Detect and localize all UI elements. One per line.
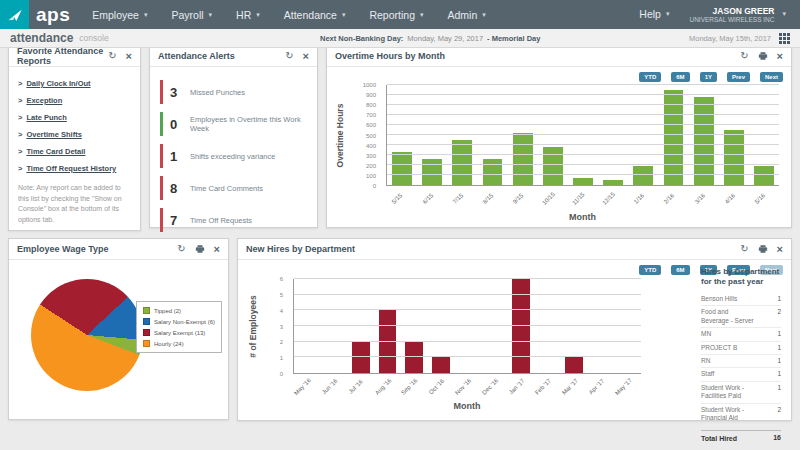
x-tick: 10/15	[537, 187, 567, 211]
close-icon[interactable]: ×	[214, 244, 220, 255]
x-tick: 4/16	[719, 187, 749, 211]
report-link[interactable]: >Late Punch	[18, 113, 131, 122]
panel-header: New Hires by Department ↻ ×	[238, 239, 791, 260]
grid-menu-icon[interactable]	[779, 33, 790, 44]
legend-label: Salary Non-Exempt (6)	[154, 319, 215, 325]
x-tick: May '16	[293, 375, 320, 399]
y-tick: 800	[327, 102, 376, 108]
report-link-label: Late Punch	[26, 113, 66, 122]
panel-title: Employee Wage Type	[17, 244, 109, 254]
bar-3-16	[694, 97, 714, 185]
nav-menu: Employee▾Payroll▾HR▾Attendance▾Reporting…	[92, 9, 486, 21]
report-link[interactable]: >Daily Clock In/Out	[18, 79, 131, 88]
nav-item-payroll[interactable]: Payroll▾	[171, 9, 212, 21]
gridline	[387, 164, 779, 165]
refresh-icon[interactable]: ↻	[740, 51, 748, 61]
x-tick: 9/15	[507, 187, 537, 211]
y-tick: 700	[327, 112, 376, 118]
range-button-ytd[interactable]: YTD	[639, 72, 661, 82]
nav-item-employee[interactable]: Employee▾	[92, 9, 147, 21]
x-tick-label: 2/16	[663, 192, 683, 212]
print-icon[interactable]	[758, 51, 768, 61]
y-tick: 1000	[327, 82, 376, 88]
print-icon[interactable]	[195, 244, 205, 254]
range-button-6m[interactable]: 6M	[671, 265, 689, 275]
x-tick: 6/15	[416, 187, 446, 211]
link-bullet: >	[18, 130, 22, 139]
close-icon[interactable]: ×	[777, 51, 783, 62]
range-button-next[interactable]: Next	[760, 72, 783, 82]
table-rows: Benson Hills1Food and Beverage - Server2…	[701, 293, 781, 426]
alert-count: 3	[163, 85, 185, 100]
nav-item-help[interactable]: Help ▾	[639, 8, 669, 20]
refresh-icon[interactable]: ↻	[285, 51, 293, 61]
x-tick-label: 10/15	[541, 191, 564, 214]
total-label: Total Hired	[701, 434, 755, 443]
department-name: RN	[701, 357, 755, 365]
legend-swatch	[143, 307, 150, 314]
alert-item[interactable]: 3Missed Punches	[160, 80, 307, 104]
aps-logo[interactable]: aps	[0, 0, 70, 29]
user-menu[interactable]: JASON GREER UNIVERSAL WIRELESS INC ▾	[689, 6, 786, 24]
report-link[interactable]: >Time Off Request History	[18, 164, 131, 173]
breadcrumb-section: console	[79, 33, 108, 43]
x-tick: 5/15	[386, 187, 416, 211]
report-link-label: Daily Clock In/Out	[26, 79, 90, 88]
top-navbar: aps Employee▾Payroll▾HR▾Attendance▾Repor…	[0, 0, 800, 29]
gridline	[294, 325, 641, 326]
alert-item[interactable]: 0Employees in Overtime this Work Week	[160, 112, 307, 136]
nav-item-admin[interactable]: Admin▾	[447, 9, 485, 21]
nav-item-attendance[interactable]: Attendance▾	[284, 9, 346, 21]
refresh-icon[interactable]: ↻	[740, 244, 748, 254]
panel-favorite-reports: Favorite Attendance Reports ↻ × >Daily C…	[8, 45, 141, 231]
legend-label: Tipped (2)	[154, 308, 181, 314]
legend-item: Tipped (2)	[143, 307, 215, 314]
bar-8-15	[483, 159, 503, 186]
report-link[interactable]: >Time Card Detail	[18, 147, 131, 156]
gridline	[294, 309, 641, 310]
panel-title: Favorite Attendance Reports	[17, 46, 108, 66]
x-tick: May '17	[614, 375, 641, 399]
subbar: attendance console Next Non-Banking Day:…	[0, 29, 800, 48]
close-icon[interactable]: ×	[303, 51, 309, 62]
alert-item[interactable]: 7Time Off Requests	[160, 208, 307, 232]
range-button-6m[interactable]: 6M	[671, 72, 689, 82]
alert-item[interactable]: 8Time Card Comments	[160, 176, 307, 200]
bar-slot	[538, 85, 568, 185]
aps-logo-text: aps	[36, 4, 70, 26]
range-button-1y[interactable]: 1Y	[700, 72, 717, 82]
legend-label: Hourly (24)	[154, 341, 184, 347]
gridline	[387, 154, 779, 155]
range-button-prev[interactable]: Prev	[727, 72, 750, 82]
x-tick-label: 6/15	[421, 192, 441, 212]
table-row: Benson Hills1	[701, 293, 781, 306]
subbar-right: Monday, May 15th, 2017	[689, 33, 790, 44]
table-row: Student Work - Facilities Paid1	[701, 382, 781, 404]
print-icon[interactable]	[758, 244, 768, 254]
report-link-label: Time Card Detail	[26, 147, 85, 156]
x-tick: Apr '17	[587, 375, 614, 399]
favorites-note: Note: Any report can be added to this li…	[18, 183, 131, 225]
close-icon[interactable]: ×	[777, 244, 783, 255]
report-link[interactable]: >Exception	[18, 96, 131, 105]
close-icon[interactable]: ×	[126, 51, 132, 62]
bar-slot	[508, 85, 538, 185]
nav-item-hr[interactable]: HR▾	[236, 9, 260, 21]
x-tick-label: May '17	[614, 377, 641, 404]
alert-label: Employees in Overtime this Work Week	[185, 115, 307, 133]
range-button-ytd[interactable]: YTD	[639, 265, 661, 275]
report-link[interactable]: >Overtime Shifts	[18, 130, 131, 139]
bar-4-16	[724, 130, 744, 186]
chevron-down-icon: ▾	[666, 10, 670, 18]
refresh-icon[interactable]: ↻	[177, 244, 185, 254]
refresh-icon[interactable]: ↻	[108, 51, 116, 61]
chevron-down-icon: ▾	[144, 11, 148, 19]
panel-employee-wage-type: Employee Wage Type ↻ × Tipped (2)Salary …	[8, 238, 229, 420]
table-total-row: Total Hired 16	[701, 430, 781, 443]
nav-item-reporting[interactable]: Reporting▾	[369, 9, 423, 21]
alert-item[interactable]: 1Shifts exceeding variance	[160, 144, 307, 168]
y-tick: 600	[327, 122, 376, 128]
favorite-report-links: >Daily Clock In/Out>Exception>Late Punch…	[9, 67, 140, 173]
department-count: 1	[777, 295, 781, 303]
overtime-range-buttons: YTD6M1YPrevNext	[639, 72, 783, 82]
